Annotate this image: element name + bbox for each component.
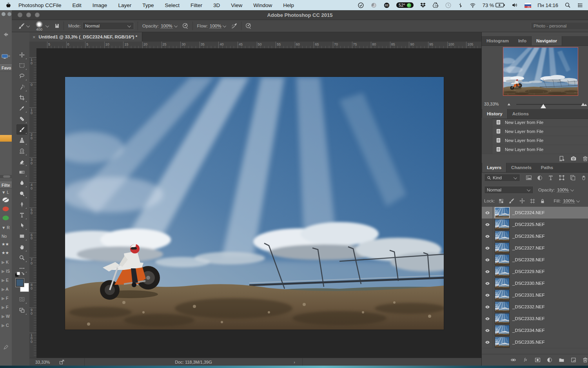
bridge-label-none-icon[interactable] <box>2 197 9 202</box>
layer-row[interactable]: _DSC2330.NEF <box>482 277 588 290</box>
menu-window[interactable]: Window <box>253 2 272 8</box>
folder-icon[interactable] <box>558 357 565 363</box>
screen-mode-tool[interactable] <box>16 305 27 315</box>
zoom-in-icon[interactable] <box>581 102 588 107</box>
layer-row[interactable]: _DSC2325.NEF <box>482 219 588 231</box>
layer-thumbnail[interactable] <box>495 266 509 277</box>
layer-thumbnail[interactable] <box>495 255 509 265</box>
document-size-info[interactable]: Doc: 118,3M/1,39G › <box>84 358 303 366</box>
creative-cloud-icon[interactable]: CC <box>383 2 390 9</box>
new-layer-icon[interactable] <box>570 357 577 363</box>
pressure-size-icon[interactable] <box>245 22 252 29</box>
filter-image-icon[interactable] <box>526 175 532 181</box>
layer-visibility-toggle[interactable] <box>482 301 493 313</box>
workspace-switcher[interactable]: Photo - personal <box>531 22 588 30</box>
mask-icon[interactable] <box>534 357 541 363</box>
quick-mask-tool[interactable] <box>16 294 27 304</box>
hand-tool[interactable] <box>16 242 27 252</box>
layer-thumbnail[interactable] <box>495 325 509 335</box>
chevron-down-icon[interactable] <box>223 24 226 27</box>
panel-tab-navigator[interactable]: Navigator <box>531 36 562 46</box>
toggle-brush-panel-icon[interactable] <box>54 23 60 29</box>
bridge-group-6[interactable]: ▶ W <box>2 314 10 319</box>
layer-blend-mode-select[interactable]: Normal <box>484 186 534 194</box>
layer-row[interactable]: _DSC2329.NEF <box>482 266 588 278</box>
history-source-checkbox[interactable] <box>482 118 492 127</box>
menu-app[interactable]: Photoshop CC <box>18 2 53 8</box>
zoom-tool[interactable] <box>16 253 27 263</box>
panel-tab-paths[interactable]: Paths <box>536 163 558 172</box>
tool-preset-brush-icon[interactable] <box>18 22 25 29</box>
bridge-label-green-icon[interactable] <box>2 215 9 220</box>
window-title-bar[interactable]: Adobe Photoshop CC 2015 <box>12 10 588 20</box>
type-tool[interactable] <box>16 210 27 220</box>
bridge-computer-icon[interactable] <box>2 54 8 59</box>
crop-tool[interactable] <box>16 93 27 103</box>
panel-tab-histogram[interactable]: Histogram <box>482 36 514 46</box>
bridge-selected-item[interactable] <box>0 135 12 142</box>
new-doc-icon[interactable] <box>559 155 565 162</box>
bluetooth-icon[interactable] <box>458 2 463 8</box>
menu-image[interactable]: Image <box>93 2 107 8</box>
clock[interactable]: Пн 14:16 <box>537 2 558 8</box>
layer-visibility-toggle[interactable] <box>482 266 493 277</box>
bridge-window-sliver[interactable]: » Favo Filte ▼ L ▼ R No ★★★★ ▶ K▶ IS▶ E▶… <box>0 10 12 366</box>
eraser-tool[interactable] <box>16 157 27 167</box>
panel-tab-layers[interactable]: Layers <box>482 163 506 172</box>
document-image[interactable] <box>65 77 444 330</box>
history-source-checkbox[interactable] <box>482 127 492 136</box>
fill-value[interactable]: 100% <box>563 199 575 204</box>
filter-shape-icon[interactable] <box>559 175 565 181</box>
bridge-ratings-group[interactable]: ▼ R <box>2 225 10 230</box>
apple-icon[interactable] <box>5 2 11 9</box>
horizontal-ruler[interactable]: 5051015202530354045505560657075808590951… <box>29 42 481 49</box>
history-source-checkbox[interactable] <box>482 145 492 154</box>
bridge-group-1[interactable]: ▶ IS <box>2 269 10 273</box>
close-tab-icon[interactable]: × <box>33 34 36 40</box>
dropbox-icon[interactable] <box>420 2 426 8</box>
panel-tab-info[interactable]: Info <box>514 36 531 46</box>
filter-adjustment-icon[interactable] <box>537 175 543 181</box>
dodge-tool[interactable] <box>16 189 27 199</box>
history-source-checkbox[interactable] <box>482 136 492 145</box>
menu-filter[interactable]: Filter <box>191 2 202 8</box>
path-select-tool[interactable] <box>16 220 27 231</box>
layer-row[interactable]: _DSC2324.NEF <box>482 207 588 219</box>
layer-visibility-toggle[interactable] <box>482 313 493 324</box>
layer-row[interactable]: _DSC2327.NEF <box>482 242 588 254</box>
healing-brush-tool[interactable] <box>16 114 27 124</box>
camera-icon[interactable] <box>570 155 577 162</box>
zoom-slider-track[interactable] <box>516 104 582 105</box>
panel-tab-channels[interactable]: Channels <box>506 163 536 172</box>
pressure-opacity-icon[interactable] <box>182 22 189 29</box>
trash-icon[interactable] <box>582 357 588 363</box>
chevron-down-icon[interactable] <box>174 24 177 27</box>
menu-layer[interactable]: Layer <box>118 2 131 8</box>
brush-tool[interactable] <box>16 124 27 135</box>
gdrive-icon[interactable] <box>432 2 439 8</box>
layer-row[interactable]: _DSC2334.NEF <box>482 324 588 337</box>
layer-visibility-toggle[interactable] <box>482 242 493 254</box>
layer-opacity-value[interactable]: 100% <box>557 188 569 193</box>
menu-file[interactable]: File <box>53 2 62 8</box>
chevron-down-icon[interactable] <box>570 188 574 191</box>
menu-select[interactable]: Select <box>165 2 180 8</box>
layer-thumbnail[interactable] <box>495 313 509 324</box>
brush-preset-picker[interactable]: 400 <box>34 21 44 31</box>
bridge-edit-icon[interactable] <box>3 344 9 350</box>
filter-toggle-icon[interactable] <box>581 175 587 181</box>
zoom-out-icon[interactable] <box>507 102 512 106</box>
menu-edit[interactable]: Edit <box>73 2 82 8</box>
bridge-label-red-icon[interactable] <box>2 206 9 211</box>
bridge-traffic-light[interactable] <box>2 12 5 16</box>
foreground-color-swatch[interactable] <box>16 279 24 287</box>
layer-thumbnail[interactable] <box>495 208 509 218</box>
volume-icon[interactable] <box>511 2 518 8</box>
chevron-down-icon[interactable] <box>576 199 580 202</box>
eyedropper-tool[interactable] <box>16 103 27 113</box>
menu-view[interactable]: View <box>231 2 242 8</box>
vertical-ruler[interactable]: 1 001 02 03 04 05 06 07 08 09 01 0 01 1 … <box>29 48 37 358</box>
layer-visibility-toggle[interactable] <box>482 324 493 336</box>
zoom-level-field[interactable]: 33,33% <box>35 360 59 364</box>
swirl-icon[interactable] <box>370 2 377 9</box>
